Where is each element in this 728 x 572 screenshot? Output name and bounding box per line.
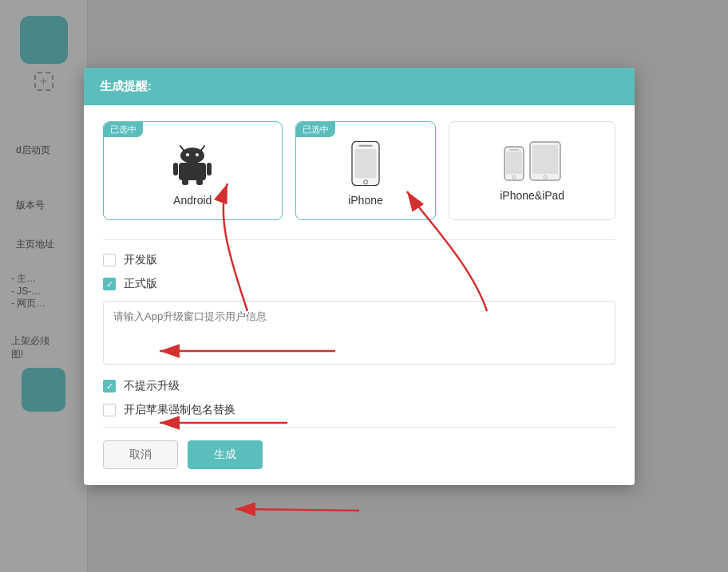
dialog-header: 生成提醒: (84, 68, 635, 105)
android-selected-badge: 已选中 (104, 122, 143, 137)
iphone-device-icon (350, 141, 381, 186)
device-card-android[interactable]: 已选中 (103, 121, 283, 220)
checkbox-dev[interactable] (103, 254, 116, 266)
option-force-rename-row: 开启苹果强制包名替换 (103, 403, 615, 417)
option-dev-row: 开发版 (103, 253, 615, 267)
confirm-button[interactable]: 生成 (188, 440, 263, 469)
svg-rect-12 (358, 145, 372, 147)
svg-point-4 (196, 153, 199, 156)
svg-point-3 (186, 153, 189, 156)
dialog-body: 已选中 (84, 105, 635, 485)
option-release-label: 正式版 (124, 277, 157, 291)
checkbox-release[interactable] (103, 278, 116, 290)
button-row: 取消 生成 (103, 440, 615, 469)
svg-rect-5 (179, 163, 206, 180)
option-force-rename-label: 开启苹果强制包名替换 (124, 403, 235, 417)
iphone-selected-badge: 已选中 (296, 122, 335, 137)
svg-point-2 (180, 148, 204, 164)
android-label: Android (173, 194, 212, 207)
svg-rect-6 (173, 163, 178, 176)
device-card-iphone-ipad[interactable]: iPhone&iPad (449, 121, 615, 220)
iphone-ipad-label: iPhone&iPad (500, 189, 564, 202)
option-no-upgrade-row: 不提示升级 (103, 379, 615, 393)
iphone-label: iPhone (348, 194, 383, 207)
svg-rect-16 (509, 149, 519, 151)
option-no-upgrade-label: 不提示升级 (124, 379, 180, 393)
svg-rect-8 (182, 179, 188, 185)
divider-1 (103, 239, 615, 240)
dialog-title: 生成提醒: (100, 79, 152, 93)
device-selection-row: 已选中 (103, 121, 615, 220)
ipad-small-icon (529, 141, 561, 181)
svg-rect-14 (354, 149, 376, 179)
device-card-iphone[interactable]: 已选中 iPhone (295, 121, 437, 220)
option-dev-label: 开发版 (124, 253, 157, 267)
cancel-button[interactable]: 取消 (103, 440, 178, 469)
svg-rect-18 (506, 152, 522, 174)
checkbox-no-upgrade[interactable] (103, 380, 116, 393)
iphone-ipad-icon-group (504, 141, 561, 181)
checkbox-force-rename[interactable] (103, 404, 116, 416)
upgrade-message-textarea[interactable] (103, 301, 615, 365)
svg-rect-9 (196, 179, 203, 185)
option-release-row: 正式版 (103, 277, 615, 291)
android-icon (170, 141, 215, 186)
iphone-small-icon (504, 146, 524, 181)
svg-rect-21 (532, 145, 558, 174)
dialog: 生成提醒: 已选中 (84, 68, 635, 485)
divider-2 (103, 427, 615, 428)
svg-rect-7 (207, 163, 212, 176)
